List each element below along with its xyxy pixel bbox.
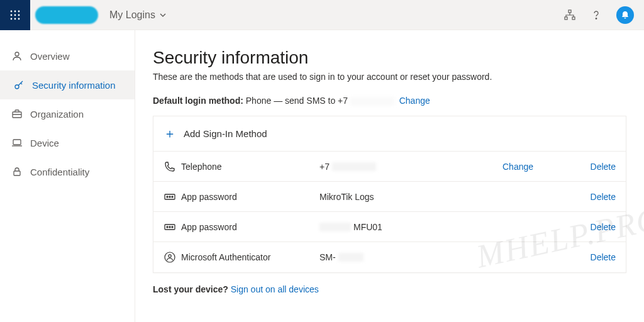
help-button[interactable] <box>590 9 602 21</box>
svg-point-6 <box>11 18 13 19</box>
method-row-app-password-1: App password MikroTik Logs Delete <box>153 182 626 212</box>
method-row-app-password-2: App password MFU01 Delete <box>153 212 626 242</box>
authenticator-icon <box>164 251 181 264</box>
phone-icon <box>164 160 181 173</box>
svg-point-19 <box>167 196 168 197</box>
svg-rect-17 <box>14 171 20 175</box>
method-delete-link[interactable]: Delete <box>591 192 616 202</box>
svg-point-7 <box>14 18 16 19</box>
svg-point-1 <box>14 10 16 12</box>
sign-out-all-link[interactable]: Sign out on all devices <box>231 284 319 294</box>
add-method-label: Add Sign-In Method <box>184 128 267 139</box>
page-title-dropdown[interactable]: My Logins <box>109 9 167 21</box>
sidebar-item-label: Overview <box>30 51 70 62</box>
method-delete-link[interactable]: Delete <box>591 162 616 172</box>
method-row-authenticator: Microsoft Authenticator SM- Delete <box>153 242 626 272</box>
briefcase-icon <box>11 108 23 119</box>
notifications-button[interactable] <box>616 6 634 24</box>
brand-logo-redacted <box>35 6 98 24</box>
svg-rect-10 <box>565 17 567 19</box>
method-value: MikroTik Logs <box>319 192 502 202</box>
svg-point-5 <box>18 14 20 16</box>
svg-point-24 <box>169 226 170 228</box>
svg-rect-11 <box>572 17 575 19</box>
svg-point-2 <box>18 10 20 12</box>
key-icon <box>13 79 25 91</box>
method-name: Microsoft Authenticator <box>181 252 319 262</box>
default-method-label: Default login method: <box>153 96 243 106</box>
redacted-value <box>338 253 364 262</box>
method-value: MFU01 <box>319 222 502 232</box>
default-method-line: Default login method: Phone — send SMS t… <box>153 96 626 106</box>
sidebar-item-device[interactable]: Device <box>0 128 135 157</box>
svg-point-12 <box>596 18 597 19</box>
app-header: My Logins <box>0 0 644 30</box>
svg-point-25 <box>172 226 173 228</box>
add-method-button[interactable]: ＋ Add Sign-In Method <box>153 116 626 152</box>
sidebar-item-confidentiality[interactable]: Confidentiality <box>0 157 135 186</box>
help-icon <box>591 9 602 21</box>
bell-icon <box>620 10 630 20</box>
app-launcher-button[interactable] <box>0 0 30 30</box>
chevron-down-icon <box>159 11 167 19</box>
change-default-link[interactable]: Change <box>399 96 430 106</box>
svg-point-8 <box>18 18 20 19</box>
lost-device-prompt: Lost your device? <box>153 284 228 294</box>
svg-point-20 <box>169 196 170 197</box>
lost-device-line: Lost your device? Sign out on all device… <box>153 284 626 294</box>
svg-point-21 <box>172 196 173 197</box>
sidebar-item-label: Organization <box>30 109 84 119</box>
sidebar-item-label: Device <box>30 138 59 148</box>
method-name: App password <box>181 222 319 232</box>
header-actions <box>564 6 644 24</box>
method-value: +7 <box>319 162 502 172</box>
svg-point-27 <box>169 255 171 257</box>
redacted-value <box>319 223 351 231</box>
sidebar: Overview Security information Organizati… <box>0 30 135 322</box>
password-icon <box>164 221 181 233</box>
waffle-icon <box>10 10 20 20</box>
svg-point-0 <box>11 10 13 12</box>
method-delete-link[interactable]: Delete <box>591 222 616 232</box>
method-row-telephone: Telephone +7 Change Delete <box>153 152 626 182</box>
svg-point-23 <box>167 226 168 228</box>
password-icon <box>164 191 181 203</box>
svg-point-4 <box>14 14 16 16</box>
lock-icon <box>11 166 23 177</box>
redacted-value <box>332 162 376 171</box>
method-change-link[interactable]: Change <box>502 162 533 172</box>
svg-rect-16 <box>13 140 21 145</box>
page-subtitle: These are the methods that are used to s… <box>153 72 626 82</box>
laptop-icon <box>11 137 23 148</box>
method-value: SM- <box>319 252 502 262</box>
page-heading: Security information <box>153 48 626 68</box>
redacted-phone <box>350 97 394 106</box>
svg-point-3 <box>11 14 13 16</box>
person-icon <box>11 50 23 62</box>
default-method-value: Phone — send SMS to +7 <box>246 96 348 106</box>
methods-card: ＋ Add Sign-In Method Telephone +7 Change… <box>153 116 626 273</box>
sitemap-icon <box>564 9 575 21</box>
sidebar-item-organization[interactable]: Organization <box>0 99 135 128</box>
sidebar-item-overview[interactable]: Overview <box>0 42 135 70</box>
method-name: Telephone <box>181 162 319 172</box>
sidebar-item-label: Security information <box>32 80 116 91</box>
svg-rect-9 <box>569 10 571 13</box>
directory-button[interactable] <box>564 9 576 21</box>
main-content: Security information These are the metho… <box>135 30 644 322</box>
sidebar-item-label: Confidentiality <box>30 167 89 177</box>
svg-point-13 <box>15 52 19 56</box>
plus-icon: ＋ <box>164 125 176 142</box>
method-name: App password <box>181 192 319 202</box>
sidebar-item-security[interactable]: Security information <box>0 70 135 99</box>
method-delete-link[interactable]: Delete <box>591 252 616 262</box>
page-title: My Logins <box>109 9 155 21</box>
